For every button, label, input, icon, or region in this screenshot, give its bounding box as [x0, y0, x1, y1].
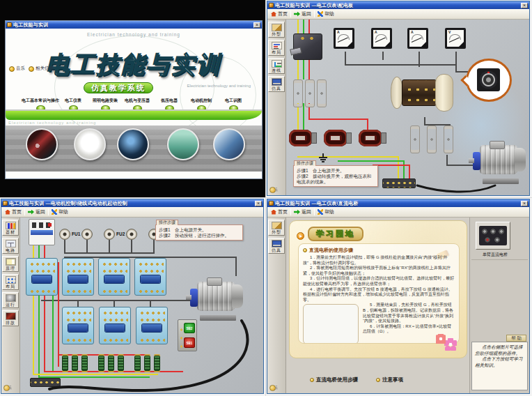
starting-resistor[interactable]: [108, 356, 114, 371]
starting-resistor[interactable]: [118, 356, 124, 371]
screen: 电工技能与实训 × Electrician technology and tra…: [0, 0, 532, 396]
help-button[interactable]: 帮助: [318, 208, 334, 215]
help-text-box: 点击右侧图片可选择您欲仔细观察的器件。 点击下方按钮可学习相关知识。: [471, 342, 528, 390]
voltmeter[interactable]: V: [445, 28, 466, 49]
ammeter-1[interactable]: A: [334, 28, 354, 49]
help-button[interactable]: 帮助: [52, 208, 68, 215]
breaker-handle[interactable]: [290, 47, 302, 55]
home-button[interactable]: 首页: [271, 208, 288, 215]
sidebar-item-simulate[interactable]: 仿真: [268, 238, 285, 254]
photo-motor: [167, 128, 199, 160]
sidebar-item-simulate[interactable]: 仿真: [268, 76, 285, 92]
motor[interactable]: [469, 141, 529, 185]
fuse-holder[interactable]: [444, 125, 453, 153]
stop-button[interactable]: SB1: [184, 337, 195, 348]
circuit-breaker[interactable]: [29, 219, 55, 245]
learning-card: 学习园地 直流电桥的使用步骤 1．测量前先打开检流计锁扣，即将 G 接线柱处的金…: [289, 220, 467, 358]
sidebar-item-wiring[interactable]: 连线: [268, 58, 285, 74]
step-line: 步骤1 合上电源开关。: [297, 168, 375, 174]
sidebar-item-layout[interactable]: 布局: [2, 274, 19, 290]
fuse-holder[interactable]: [293, 79, 303, 107]
info-button[interactable]: 相关信息: [29, 66, 54, 72]
splash-titlebar[interactable]: 电工技能与实训 ×: [6, 21, 262, 29]
lesson-text: 1．测量前先打开检流计锁扣，即将 G 接线柱处的金属接片由“内接”移到“外接”，…: [303, 255, 455, 335]
sidebar-item-equipment[interactable]: 器材: [2, 220, 19, 236]
sidebar-item-circuit[interactable]: 电路: [2, 238, 19, 254]
current-transformer-1[interactable]: [289, 128, 317, 148]
ammeter-2[interactable]: A: [371, 28, 392, 49]
fuse-holder[interactable]: [305, 79, 315, 107]
toolbar: 首页 返回 帮助: [267, 9, 529, 20]
music-button[interactable]: 音乐: [269, 385, 278, 391]
photo-instrument: [117, 128, 149, 160]
fuse-holder[interactable]: [317, 79, 327, 107]
sidebar-item-layout[interactable]: 布局: [268, 40, 285, 56]
contactor[interactable]: [62, 258, 94, 296]
switch-knob-closeup[interactable]: [477, 68, 500, 91]
music-button[interactable]: 音乐: [9, 66, 25, 72]
fuse[interactable]: [59, 229, 70, 240]
relay[interactable]: [136, 307, 168, 344]
contactor[interactable]: [98, 258, 130, 296]
fuse-holder[interactable]: [427, 125, 437, 153]
starting-resistor[interactable]: [62, 356, 68, 371]
back-button[interactable]: 返回: [294, 208, 311, 215]
close-icon[interactable]: ×: [521, 201, 528, 206]
rotary-switch[interactable]: [391, 71, 457, 114]
starting-resistor[interactable]: [144, 356, 150, 371]
back-button[interactable]: 返回: [294, 10, 311, 17]
starting-resistor[interactable]: [81, 356, 88, 371]
home-button[interactable]: 首页: [271, 10, 288, 17]
contactor-terminals: [101, 260, 127, 266]
titlebar[interactable]: 电工技能与实训 —电工仪表\配电板 ×: [267, 1, 529, 9]
simulation-canvas[interactable]: A A A V 操作步骤: [286, 20, 529, 195]
home-button[interactable]: 首页: [5, 208, 22, 215]
close-icon[interactable]: ×: [255, 201, 262, 206]
starting-resistor[interactable]: [98, 356, 104, 371]
titlebar[interactable]: 电工技能与实训 —电工仪表\直流电桥 ×: [267, 199, 529, 207]
close-icon[interactable]: ×: [253, 22, 260, 28]
circuit-breaker[interactable]: [293, 33, 322, 60]
contactor[interactable]: [134, 258, 166, 296]
music-button[interactable]: 音乐: [3, 385, 12, 391]
fuse-holder[interactable]: [410, 125, 420, 153]
contactor[interactable]: [26, 258, 58, 296]
terminal-strip[interactable]: [382, 178, 416, 188]
grid-icon: [6, 276, 16, 284]
sidebar-item-appearance[interactable]: 外型: [268, 220, 285, 236]
starting-resistor[interactable]: [72, 356, 78, 371]
back-button[interactable]: 返回: [28, 208, 45, 215]
simulation-canvas[interactable]: FU1 FU2 SB2SB1: [20, 218, 263, 393]
zoom-callout: [466, 59, 512, 102]
fuse[interactable]: [126, 229, 137, 240]
fuse[interactable]: [81, 229, 93, 240]
sidebar-item-troubleshoot[interactable]: 排故: [2, 310, 19, 326]
ammeter-3[interactable]: A: [407, 28, 428, 49]
starting-resistor[interactable]: [154, 356, 160, 371]
sidebar-item-appearance[interactable]: 外型: [268, 22, 285, 38]
relay[interactable]: [99, 307, 131, 344]
current-transformer-3[interactable]: [359, 128, 386, 148]
start-button[interactable]: SB2: [184, 323, 195, 333]
link-precautions[interactable]: 注意事项: [376, 376, 403, 383]
box-icon: [272, 222, 282, 229]
music-button[interactable]: 音乐: [269, 187, 278, 193]
bridge-photo: [303, 304, 359, 344]
terminal-strip[interactable]: [30, 378, 61, 387]
help-button[interactable]: 帮助: [318, 10, 334, 17]
contactor-terminals: [29, 287, 55, 293]
sidebar-item-run[interactable]: 运行: [2, 292, 19, 308]
wire: [308, 20, 310, 35]
current-transformer-2[interactable]: [324, 128, 352, 148]
device-thumbnail-button[interactable]: [476, 222, 510, 250]
motor[interactable]: [186, 277, 246, 322]
fuse[interactable]: [104, 229, 115, 240]
relay[interactable]: [62, 307, 94, 344]
photo-meter: [74, 128, 106, 160]
starting-resistor[interactable]: [134, 356, 141, 371]
link-usage-steps[interactable]: 直流电桥使用步骤: [310, 376, 358, 383]
close-icon[interactable]: ×: [521, 3, 528, 8]
titlebar[interactable]: 电工技能与实训 —电动机控制\绕线式电动机起动控制 ×: [1, 199, 263, 207]
sidebar-item-principle[interactable]: 原理: [2, 256, 19, 272]
home-icon: [271, 210, 276, 215]
